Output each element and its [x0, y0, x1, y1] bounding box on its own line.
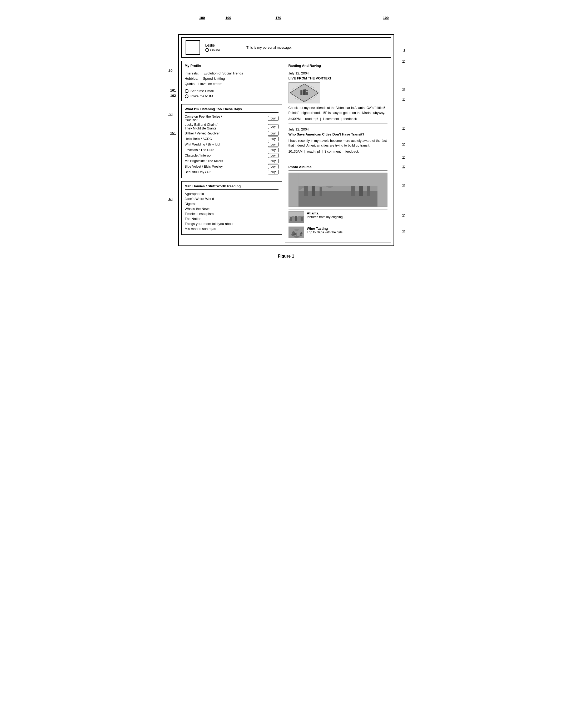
svg-rect-12 [307, 91, 308, 92]
user-name: Leslie [205, 43, 220, 47]
buy-button-10[interactable]: buy [268, 170, 279, 174]
buy-button-5[interactable]: buy [268, 142, 279, 147]
left-column: 160 My Profile Interests: Evolution of S… [182, 61, 282, 243]
top-refs: 180 190 170 100 [178, 16, 394, 34]
send-email-item[interactable]: Send me Email [185, 89, 279, 93]
svg-rect-29 [289, 212, 304, 216]
music-wrapper: 150 What I'm Listening Too These Days Co… [182, 104, 282, 178]
album-item-atlanta[interactable]: Atlanta! Pictures from my ongoing... [288, 210, 387, 225]
buy-button-9[interactable]: buy [268, 164, 279, 169]
buy-button-6[interactable]: buy [268, 148, 279, 152]
buy-button-8[interactable]: buy [268, 159, 279, 163]
ref-123: 123 [402, 127, 405, 131]
track-5: Whit Wedding / Billy Idol [185, 143, 220, 146]
buy-button-7[interactable]: buy [268, 153, 279, 158]
blog-post-title-1: LIVE FROM THE VORTEX! [288, 76, 387, 80]
profile-wrapper: 160 My Profile Interests: Evolution of S… [182, 61, 282, 101]
music-item: 151 Slither / Velvet Revolver buy [185, 131, 279, 136]
svg-rect-5 [301, 90, 301, 91]
profile-hobbies: Hobbies: Speed-knitting [185, 77, 279, 81]
track-9: Blue Velvet / Elvis Presley [185, 165, 223, 168]
friends-title: Mah Homies / Stuff Worth Reading [185, 184, 279, 190]
buy-button-2[interactable]: buy [268, 124, 279, 129]
svg-rect-8 [303, 89, 304, 90]
figure-caption: Figure 1 [178, 254, 394, 259]
buy-button-1[interactable]: buy [268, 116, 279, 121]
ref-132: 132 [402, 213, 405, 217]
online-circle-icon [205, 48, 209, 52]
album-desc-atlanta: Pictures from my ongoing... [307, 215, 345, 219]
blog-date-1: July 12, 2004 [288, 71, 387, 75]
invite-im-item[interactable]: Invite me to IM [185, 94, 279, 98]
ref-140: 140 [168, 197, 173, 201]
header-section: Leslie Online This is my personal messag… [182, 37, 391, 58]
track-8: Mr. Brightside / The Killers [185, 159, 223, 163]
music-item: Hells Bells / ACDC buy [185, 137, 279, 141]
quirks-value: I love ice cream [199, 82, 222, 86]
link-4[interactable]: What's the News [185, 207, 279, 211]
ref-180: 180 [199, 16, 205, 20]
svg-rect-4 [306, 90, 308, 95]
track-4: Hells Bells / ACDC [185, 137, 212, 141]
link-6[interactable]: The Nation [185, 217, 279, 221]
track-2: Lucky Ball and Chain / They Might Be Gia… [185, 123, 217, 130]
right-column: 121 120 122 123 124 125 Ranting And Ravi… [285, 61, 391, 243]
link-1[interactable]: Agoraphobia [185, 192, 279, 196]
album-desc-wine: Trip to Napa with the girls. [307, 231, 344, 234]
track-3: Slither / Velvet Revolver [185, 132, 220, 135]
photos-panel: Photo Albums [285, 162, 391, 243]
blog-wrapper: 121 120 122 123 124 125 Ranting And Ravi… [285, 61, 391, 159]
track-6: Lovecats / The Cure [185, 148, 214, 152]
ref-125: 125 [402, 156, 405, 159]
music-item: Beautiful Day / U2 buy [185, 170, 279, 174]
quirks-label: Quirks: [185, 82, 196, 86]
personal-message: This is my personal message. [246, 46, 292, 50]
svg-rect-19 [319, 187, 322, 196]
music-item: Lovecats / The Cure buy [185, 148, 279, 152]
blog-meta-1: 3::30PM | road trip! | 1 comment | feedb… [288, 117, 387, 121]
ref-190: 190 [226, 16, 231, 20]
page-wrapper: 180 190 170 100 110 Leslie Online This i… [173, 5, 399, 274]
music-item: Obstacle / Interpol buy [185, 153, 279, 158]
album-item-wine[interactable]: Wine Tasting Trip to Napa with the girls… [288, 225, 387, 240]
music-item: Come on Feel the Noise / Quit Riot buy [185, 115, 279, 122]
profile-quirks: Quirks: I love ice cream [185, 82, 279, 86]
send-email-label: Send me Email [191, 89, 214, 93]
link-5[interactable]: Timeless escapism [185, 212, 279, 216]
wine-thumb [288, 227, 304, 238]
ref-133: 133 [402, 229, 405, 233]
svg-rect-3 [303, 89, 306, 95]
invite-im-wrapper: 162 Invite me to IM [185, 94, 279, 98]
svg-rect-11 [306, 91, 307, 92]
blog-panel: Ranting And Raving July 12, 2004 LIVE FR… [285, 61, 391, 159]
svg-rect-26 [290, 217, 292, 221]
photo-main [288, 173, 387, 207]
online-label: Online [210, 48, 220, 52]
svg-point-35 [292, 231, 295, 234]
blog-text-2: I have recently in my travels become mor… [288, 138, 387, 148]
send-email-wrapper: 161 Send me Email [185, 89, 279, 93]
link-8[interactable]: Mis manos son rojas [185, 227, 279, 231]
ref-120: 120 [402, 98, 405, 101]
blog-date-2: July 12, 2004 [288, 127, 387, 131]
blog-title: Ranting And Raving [288, 64, 387, 69]
ref-131: 131 [402, 183, 405, 187]
link-7[interactable]: Things your mom told you about [185, 222, 279, 226]
music-panel: What I'm Listening Too These Days Come o… [182, 104, 282, 178]
invite-im-label: Invite me to IM [191, 94, 213, 98]
ref-130: 130 [402, 165, 405, 169]
buy-button-3[interactable]: buy [268, 131, 279, 136]
buy-button-4[interactable]: buy [268, 137, 279, 141]
content-area: 160 My Profile Interests: Evolution of S… [182, 61, 391, 243]
link-3[interactable]: Digerati [185, 202, 279, 206]
photos-wrapper: 130 131 132 133 Photo Albums [285, 162, 391, 243]
svg-point-36 [299, 234, 302, 236]
music-item: Lucky Ball and Chain / They Might Be Gia… [185, 123, 279, 130]
profile-panel: My Profile Interests: Evolution of Socia… [182, 61, 282, 101]
track-1: Come on Feel the Noise / Quit Riot [185, 115, 222, 122]
blog-entry-1: July 12, 2004 LIVE FROM THE VORTEX! [288, 71, 387, 124]
ref-161: 161 [170, 88, 176, 92]
link-2[interactable]: Jaon's Weird World [185, 197, 279, 201]
avatar [186, 40, 200, 55]
svg-rect-27 [295, 216, 297, 221]
